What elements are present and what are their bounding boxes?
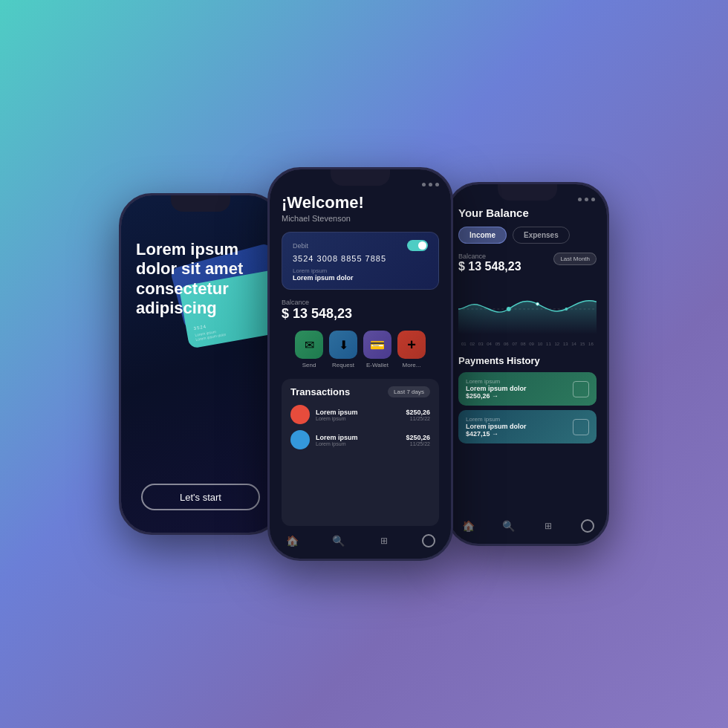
bottom-nav-2: 🏠 🔍 ⊞ xyxy=(270,526,451,559)
phone-dashboard: ¡Welcome! Michael Stevenson Debit 3524 3… xyxy=(267,167,453,561)
nav-home-3[interactable]: 🏠 xyxy=(461,519,475,533)
dot-2 xyxy=(429,183,432,186)
welcome-title: ¡Welcome! xyxy=(282,193,439,212)
chart-lbl-15: 15 xyxy=(580,342,585,346)
debit-header-row: Debit xyxy=(293,240,428,251)
avatar-1 xyxy=(290,405,310,424)
analytics-content: Your Balance Income Expenses Balcance $ … xyxy=(448,184,607,511)
card-holder-label: Lorem ipsum xyxy=(293,267,428,274)
svg-point-1 xyxy=(507,307,511,311)
trans-amount-1: $250,26 xyxy=(406,409,430,416)
more-label: More... xyxy=(403,362,421,368)
send-action[interactable]: ✉ Send xyxy=(295,331,323,368)
balance-row-3: Balcance $ 13 548,23 Last Month xyxy=(458,253,597,273)
nav-search-2[interactable]: 🔍 xyxy=(331,533,345,548)
phone-analytics: Your Balance Income Expenses Balcance $ … xyxy=(446,182,609,546)
request-label: Request xyxy=(332,362,354,368)
last-month-badge[interactable]: Last Month xyxy=(553,253,597,265)
transactions-title: Transactions xyxy=(290,386,350,397)
payment-item-2[interactable]: Lorem ipsum Lorem ipsum dolor $427,15 → xyxy=(458,410,597,443)
chart-lbl-13: 13 xyxy=(563,342,568,346)
nav-grid-3[interactable]: ⊞ xyxy=(541,519,556,533)
svg-point-2 xyxy=(536,302,539,305)
balance-label-2: Balcance xyxy=(282,299,439,306)
chart-lbl-1: 01 xyxy=(461,342,467,346)
card-number: 3524 3008 8855 7885 xyxy=(293,254,428,263)
card-holder-name: Lorem ipsum dolor xyxy=(293,274,428,282)
balance-title: Your Balance xyxy=(458,207,597,219)
debit-label: Debit xyxy=(293,242,308,250)
nav-grid-2[interactable]: ⊞ xyxy=(377,533,391,548)
action-buttons: ✉ Send ⬇ Request 💳 E-Wallet + More... xyxy=(282,331,439,368)
analytics-screen: Your Balance Income Expenses Balcance $ … xyxy=(448,184,607,544)
chart-lbl-9: 09 xyxy=(529,342,534,346)
wallet-action[interactable]: 💳 E-Wallet xyxy=(363,331,391,368)
trans-name-2: Lorem ipsum xyxy=(316,434,358,441)
balance-info: Balcance $ 13 548,23 xyxy=(458,253,521,273)
trans-date-2: 11/25/22 xyxy=(406,441,430,446)
start-button[interactable]: Let's start xyxy=(141,484,260,510)
transaction-item-1: Lorem ipsum Lorem ipsum $250,26 11/25/22 xyxy=(290,405,430,424)
send-icon: ✉ xyxy=(295,331,323,359)
debit-toggle[interactable] xyxy=(407,240,428,251)
transaction-right-2: $250,26 11/25/22 xyxy=(406,434,430,446)
balance-label-3: Balcance xyxy=(458,253,521,260)
phone-intro: 3524 3008 8855 7885 Lorem ipsumLorem ips… xyxy=(119,193,282,535)
wallet-label: E-Wallet xyxy=(366,362,389,368)
chart-lbl-16: 16 xyxy=(588,342,594,346)
transaction-left-2: Lorem ipsum Lorem ipsum xyxy=(290,430,358,449)
payment-icon-1 xyxy=(573,381,589,397)
trans-sub-1: Lorem ipsum xyxy=(316,416,358,421)
avatar-2 xyxy=(290,430,310,449)
trans-name-1: Lorem ipsum xyxy=(316,409,358,416)
payment-item-1[interactable]: Lorem ipsum Lorem ipsum dolor $250,26 → xyxy=(458,372,597,406)
dashboard-content: ¡Welcome! Michael Stevenson Debit 3524 3… xyxy=(270,169,451,526)
request-action[interactable]: ⬇ Request xyxy=(329,331,357,368)
payment-label-2: Lorem ipsum xyxy=(466,416,527,423)
tab-row: Income Expenses xyxy=(458,227,597,244)
payment-left-2: Lorem ipsum Lorem ipsum dolor $427,15 → xyxy=(466,416,527,438)
transactions-filter[interactable]: Last 7 days xyxy=(388,386,430,397)
more-action[interactable]: + More... xyxy=(397,331,426,368)
send-label: Send xyxy=(302,362,316,368)
chart-lbl-2: 02 xyxy=(469,342,475,346)
chart-lbl-4: 04 xyxy=(487,342,492,346)
payment-left-1: Lorem ipsum Lorem ipsum dolor $250,26 → xyxy=(466,378,527,400)
transaction-info-1: Lorem ipsum Lorem ipsum xyxy=(316,409,358,421)
chart-lbl-7: 07 xyxy=(512,342,517,346)
chart-lbl-10: 10 xyxy=(538,342,543,346)
balance-section: Balcance $ 13 548,23 xyxy=(282,299,439,322)
transaction-left-1: Lorem ipsum Lorem ipsum xyxy=(290,405,358,424)
chart-lbl-14: 14 xyxy=(571,342,576,346)
transaction-right-1: $250,26 11/25/22 xyxy=(406,409,430,421)
transactions-section: Transactions Last 7 days Lorem ipsum Lor… xyxy=(282,379,439,526)
payment-name-1: Lorem ipsum dolor xyxy=(466,385,527,392)
dashboard-screen: ¡Welcome! Michael Stevenson Debit 3524 3… xyxy=(270,169,451,559)
tab-income[interactable]: Income xyxy=(458,227,507,244)
payment-amount-1: $250,26 → xyxy=(466,392,527,400)
nav-home-2[interactable]: 🏠 xyxy=(285,533,300,548)
chart-lbl-12: 12 xyxy=(554,342,559,346)
payment-label-1: Lorem ipsum xyxy=(466,378,527,385)
hero-text: Lorem ipsum dolor sit amet consectetur a… xyxy=(136,240,255,319)
chart-lbl-11: 11 xyxy=(546,342,551,346)
payments-title: Payments History xyxy=(458,355,597,366)
dot-3-2 xyxy=(585,198,588,201)
chart-lbl-5: 05 xyxy=(495,342,501,346)
user-name: Michael Stevenson xyxy=(282,214,439,223)
bottom-nav-3: 🏠 🔍 ⊞ xyxy=(448,511,607,544)
payment-amount-2: $427,15 → xyxy=(466,430,527,438)
chart-lbl-3: 03 xyxy=(478,342,484,346)
chart-lbl-6: 06 xyxy=(504,342,509,346)
trans-amount-2: $250,26 xyxy=(406,434,430,441)
nav-profile-2[interactable] xyxy=(422,534,435,547)
balance-amount-3: $ 13 548,23 xyxy=(458,260,521,273)
tab-expenses[interactable]: Expenses xyxy=(513,227,570,244)
nav-search-3[interactable]: 🔍 xyxy=(501,519,516,533)
intro-screen: 3524 3008 8855 7885 Lorem ipsumLorem ips… xyxy=(121,195,280,533)
nav-profile-3[interactable] xyxy=(581,519,594,533)
trans-sub-2: Lorem ipsum xyxy=(316,441,358,446)
status-dots-3 xyxy=(566,190,607,201)
trans-date-1: 11/25/22 xyxy=(406,416,430,421)
chart-labels: 01 02 03 04 05 06 07 08 09 10 11 12 13 1… xyxy=(458,342,597,346)
